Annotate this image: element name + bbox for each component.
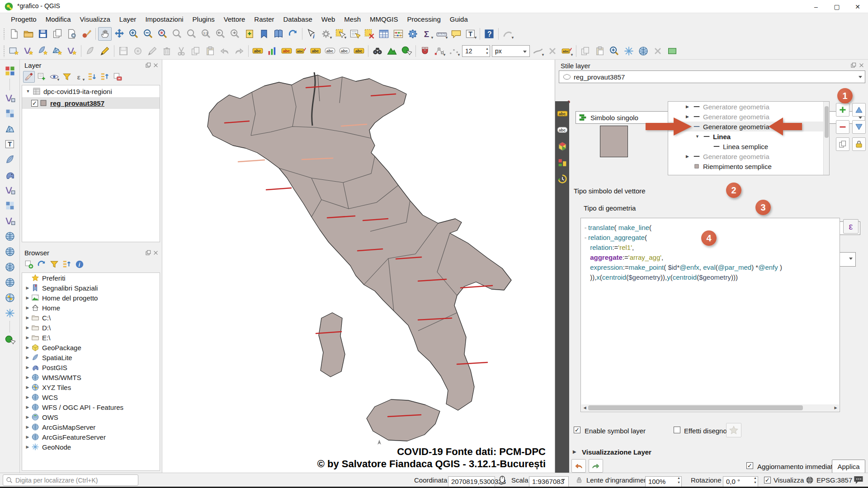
map-canvas[interactable]: COVID-19 Fonte dati: PCM-DPC © by Salvat… xyxy=(162,60,555,473)
processing-toolbox-button[interactable] xyxy=(406,27,420,41)
add-vector-layer-button[interactable] xyxy=(3,91,17,105)
expander-icon[interactable]: ▶ xyxy=(24,296,31,300)
add-virtual-layer-button[interactable] xyxy=(3,214,17,228)
style-manager-button[interactable] xyxy=(80,27,93,41)
expander-icon[interactable]: ▶ xyxy=(24,355,31,360)
show-bookmarks-button[interactable] xyxy=(257,27,271,41)
draw-effects-checkbox[interactable] xyxy=(674,427,680,433)
symbol-layer-generatore-geometria[interactable]: ▶Generatore geometria xyxy=(668,151,829,161)
float-panel-icon[interactable] xyxy=(850,62,856,68)
zoom-full-extent-button[interactable] xyxy=(156,27,170,41)
open-attribute-table-button[interactable] xyxy=(377,27,391,41)
new-print-layout-button[interactable] xyxy=(51,27,64,41)
new-geopackage-layer-button[interactable] xyxy=(7,44,21,58)
view-3d-tab[interactable] xyxy=(557,141,568,152)
expander-icon[interactable]: ▶ xyxy=(684,154,690,159)
expander-icon[interactable]: ▶ xyxy=(24,315,31,320)
undo-style-button[interactable] xyxy=(571,459,586,473)
vertex-tool-button[interactable] xyxy=(146,44,159,58)
statistics-panel-button[interactable]: Σ▼ xyxy=(420,27,434,41)
pin-labels-button[interactable]: abc▼ xyxy=(560,44,574,58)
browser-item-xyz-tiles[interactable]: ▶XYZ Tiles xyxy=(22,382,160,392)
close-panel-icon[interactable] xyxy=(153,250,159,256)
open-project-button[interactable] xyxy=(22,27,35,41)
browser-item-spatialite[interactable]: ▶SpatiaLite xyxy=(22,352,160,362)
add-selected-layers-button[interactable] xyxy=(23,258,35,270)
touch-zoom-button[interactable]: ▼ xyxy=(501,27,514,41)
symbol-layer-generatore-geometria[interactable]: ▼Generatore geometria xyxy=(668,122,829,131)
scale-lock-icon[interactable] xyxy=(575,473,583,487)
add-wms-layer-button[interactable] xyxy=(3,230,17,243)
symbology-tab[interactable]: abc xyxy=(557,108,568,119)
menu-processing[interactable]: Processing xyxy=(403,14,445,24)
browser-item-segnalibri-spaziali[interactable]: ▶Segnalibri Spaziali xyxy=(22,283,160,293)
add-symbol-layer-button[interactable] xyxy=(836,103,849,117)
data-source-manager-button[interactable] xyxy=(3,64,17,78)
manage-map-themes-button[interactable]: ▼ xyxy=(48,71,60,83)
add-spatialite-layer-button[interactable] xyxy=(3,153,17,166)
cut-features-button[interactable] xyxy=(175,44,188,58)
new-project-button[interactable] xyxy=(7,27,21,41)
expander-icon[interactable]: ▶ xyxy=(24,335,31,340)
browser-item-wfs-ogc-api-features[interactable]: ▶WFS / OGC API - Features xyxy=(22,402,160,412)
collapse-all-button[interactable] xyxy=(99,71,111,83)
close-panel-icon[interactable] xyxy=(859,62,864,68)
redo-style-button[interactable] xyxy=(589,459,603,473)
symbol-layer-generatore-geometria[interactable]: ▶Generatore geometria xyxy=(668,112,829,122)
zoom-to-layer-button[interactable] xyxy=(185,27,198,41)
filter-by-expression-button[interactable]: ε▼ xyxy=(74,71,85,83)
expander-icon[interactable]: ▶ xyxy=(24,305,31,310)
rotation-spinbox[interactable]: 0,0 ° xyxy=(723,476,758,487)
symbol-layer-riempimento-semplice[interactable]: Riempimento semplice xyxy=(668,161,829,171)
close-panel-icon[interactable] xyxy=(153,62,159,68)
menu-layer[interactable]: Layer xyxy=(115,14,141,24)
current-edits-button[interactable] xyxy=(84,44,97,58)
tracing-button[interactable]: ▼ xyxy=(447,44,461,58)
add-feature-button[interactable] xyxy=(131,44,145,58)
close-button[interactable]: ✕ xyxy=(847,0,868,13)
new-bookmark-button[interactable] xyxy=(243,27,256,41)
paste-style-button[interactable] xyxy=(593,44,607,58)
copy-style-button[interactable] xyxy=(579,44,592,58)
label-toolbar-2-button[interactable]: abc xyxy=(338,44,351,58)
delete-selected-button[interactable] xyxy=(160,44,174,58)
expander-icon[interactable]: ▶ xyxy=(24,395,31,399)
expander-icon[interactable]: ▶ xyxy=(24,435,31,439)
processing-snowflake-button[interactable] xyxy=(622,44,636,58)
effects-options-button[interactable] xyxy=(726,423,741,437)
add-geonode-layer-button[interactable] xyxy=(3,306,17,320)
spinner-arrows-icon[interactable]: ▲▼ xyxy=(754,476,757,485)
clear-tool-button[interactable] xyxy=(651,44,665,58)
apply-button[interactable]: Applica xyxy=(832,460,865,473)
browser-item-wms-wmts[interactable]: ▶WMS/WMTS xyxy=(22,372,160,382)
identify-features-button[interactable]: i xyxy=(305,27,318,41)
scroll-left-icon[interactable]: ◀ xyxy=(581,404,588,411)
new-virtual-layer-button[interactable] xyxy=(65,44,79,58)
layer-diagram-button[interactable] xyxy=(265,44,279,58)
label-highlight-button[interactable]: abc xyxy=(309,44,322,58)
mouse-extent-icon[interactable] xyxy=(497,473,507,487)
label-toolbar-1-button[interactable]: abc xyxy=(323,44,337,58)
magnifier-spinbox[interactable]: 100% xyxy=(645,476,682,487)
add-xyz-layer-button[interactable] xyxy=(3,291,17,305)
browser-item-arcgisfeatureserver[interactable]: ▶ArcGisFeatureServer xyxy=(22,432,160,442)
labels-tab[interactable]: abc xyxy=(557,125,568,136)
line-symbol-button[interactable]: ▼ xyxy=(531,44,545,58)
toggle-editing-button[interactable] xyxy=(98,44,112,58)
messages-icon[interactable] xyxy=(853,473,864,487)
browser-item-preferiti[interactable]: Preferiti xyxy=(22,273,160,283)
pan-map-button[interactable] xyxy=(98,27,112,41)
add-wcs-layer-button[interactable] xyxy=(3,260,17,274)
crs-value[interactable]: EPSG:3857 xyxy=(816,473,852,487)
menu-mesh[interactable]: Mesh xyxy=(340,14,365,24)
locator-search-input[interactable]: Digita per localizzare (Ctrl+K) xyxy=(3,474,138,486)
open-layer-styling-button[interactable] xyxy=(23,71,35,83)
browser-item-c-[interactable]: ▶C:\ xyxy=(22,313,160,323)
menu-mmqgis[interactable]: MMQGIS xyxy=(365,14,403,24)
expander-icon[interactable]: ▶ xyxy=(24,385,31,389)
browser-item-postgis[interactable]: ▶PostGIS xyxy=(22,362,160,372)
field-calculator-button[interactable] xyxy=(392,27,405,41)
style-layer-combo[interactable]: reg_provaut3857 xyxy=(559,70,865,83)
expander-icon[interactable]: ▶ xyxy=(24,325,31,330)
expander-icon[interactable]: ▶ xyxy=(684,104,690,109)
